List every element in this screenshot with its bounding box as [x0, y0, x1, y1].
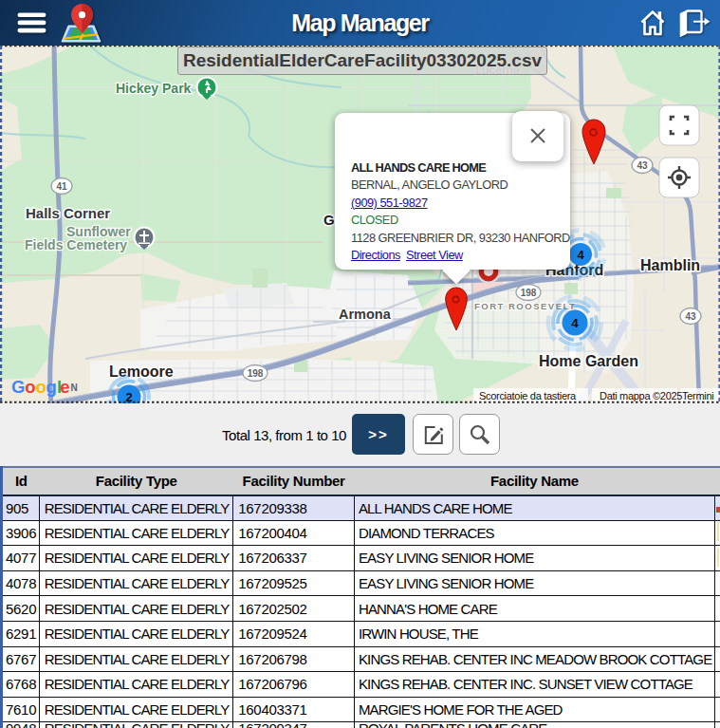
svg-text:o: o [25, 377, 35, 397]
svg-text:Halls Corner: Halls Corner [26, 205, 110, 221]
svg-text:Scorciatoie da tastiera: Scorciatoie da tastiera [479, 390, 577, 401]
svg-text:g: g [46, 377, 57, 397]
svg-text:N: N [71, 383, 78, 393]
svg-text:Armona: Armona [339, 307, 392, 322]
svg-text:e: e [60, 377, 69, 397]
svg-text:41: 41 [56, 181, 67, 192]
svg-text:43: 43 [637, 160, 648, 171]
svg-text:4: 4 [571, 316, 579, 330]
svg-text:Lemoore: Lemoore [109, 364, 174, 380]
svg-text:198: 198 [248, 368, 264, 379]
svg-text:Hamblin: Hamblin [640, 257, 700, 273]
svg-text:o: o [35, 377, 46, 397]
svg-text:G: G [323, 212, 335, 228]
svg-text:4: 4 [577, 248, 584, 262]
svg-text:G: G [11, 377, 25, 397]
svg-text:Termini: Termini [682, 390, 713, 401]
svg-text:Hickey Park: Hickey Park [116, 81, 192, 96]
svg-text:198: 198 [521, 288, 537, 298]
svg-text:Home Garden: Home Garden [539, 353, 638, 369]
svg-text:43: 43 [685, 311, 696, 322]
svg-text:Fields Cemetery: Fields Cemetery [25, 237, 127, 252]
svg-text:Dati mappa ©2025: Dati mappa ©2025 [600, 390, 682, 401]
